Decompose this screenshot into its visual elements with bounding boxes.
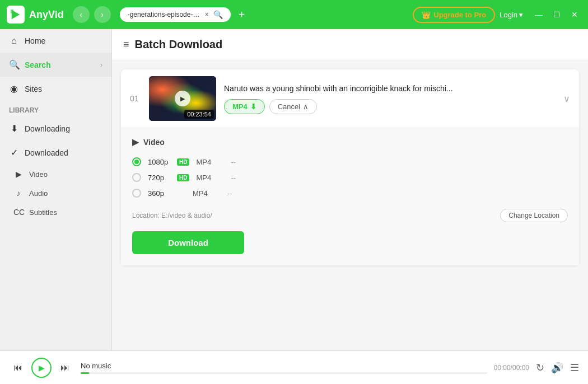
download-button[interactable]: Download bbox=[132, 231, 244, 254]
radio-1080p[interactable] bbox=[132, 157, 141, 166]
app-name: AnyVid bbox=[29, 9, 64, 21]
player-info: No music bbox=[81, 362, 487, 374]
video-number: 01 bbox=[130, 94, 141, 103]
video-duration: 00:23:54 bbox=[184, 110, 214, 119]
section-title-label: Video bbox=[143, 138, 165, 147]
login-button[interactable]: Login ▾ bbox=[500, 11, 523, 19]
sidebar-item-home[interactable]: ⌂ Home bbox=[0, 29, 111, 53]
hd-badge-720p: HD bbox=[177, 174, 189, 181]
location-text: Location: E:/video & audio/ bbox=[132, 212, 212, 219]
format-label: MP4 bbox=[232, 102, 248, 111]
downloading-icon: ⬇ bbox=[9, 123, 19, 134]
content-area: ≡ Batch Download 01 ▶ 00:23:54 Na bbox=[112, 29, 588, 350]
tab-label: -generations-episode-172 bbox=[128, 11, 200, 18]
sidebar: ⌂ Home 🔍 Search › ◉ Sites Library ⬇ Down… bbox=[0, 29, 112, 350]
sidebar-home-label: Home bbox=[25, 36, 45, 45]
player-progress-fill bbox=[81, 372, 89, 374]
size-label-1080p: -- bbox=[231, 158, 236, 166]
hd-badge-1080p: HD bbox=[177, 158, 189, 166]
dropdown-panel: ▶ Video 1080p HD MP4 -- bbox=[121, 128, 579, 265]
quality-row-720p: 720p HD MP4 -- bbox=[132, 170, 568, 185]
next-track-button[interactable]: ⏭ bbox=[56, 359, 74, 377]
bottom-player: ⏮ ▶ ⏭ No music 00:00/00:00 ↻ 🔊 ☰ bbox=[0, 350, 588, 384]
login-label: Login bbox=[500, 11, 517, 19]
video-icon: ▶ bbox=[13, 170, 24, 179]
tab-search-icon[interactable]: 🔍 bbox=[213, 10, 223, 19]
volume-button[interactable]: 🔊 bbox=[551, 362, 563, 374]
sidebar-item-search[interactable]: 🔍 Search › bbox=[0, 53, 111, 77]
batch-download-title: Batch Download bbox=[135, 38, 223, 51]
quality-label-360p: 360p bbox=[148, 189, 170, 198]
quality-label-720p: 720p bbox=[148, 174, 170, 182]
video-thumbnail: ▶ 00:23:54 bbox=[149, 76, 216, 121]
content-body: 01 ▶ 00:23:54 Naruto was a young shinobi… bbox=[112, 60, 588, 350]
format-label-360p: MP4 bbox=[193, 189, 221, 198]
radio-360p[interactable] bbox=[132, 189, 141, 198]
format-label-720p: MP4 bbox=[196, 174, 224, 182]
upgrade-icon: 👑 bbox=[422, 11, 431, 19]
video-section-icon: ▶ bbox=[132, 137, 139, 147]
tab-close-icon[interactable]: × bbox=[205, 11, 209, 18]
thumbnail-play-icon: ▶ bbox=[175, 91, 190, 106]
new-tab-button[interactable]: + bbox=[234, 7, 250, 22]
nav-back-button[interactable]: ‹ bbox=[73, 6, 90, 23]
sidebar-audio-label: Audio bbox=[29, 189, 48, 198]
player-track-title: No music bbox=[81, 362, 487, 370]
cancel-label: Cancel bbox=[278, 102, 300, 111]
video-card-header: 01 ▶ 00:23:54 Naruto was a young shinobi… bbox=[121, 69, 579, 128]
quality-row-360p: 360p MP4 -- bbox=[132, 185, 568, 201]
cancel-chevron-icon: ∧ bbox=[303, 102, 309, 111]
tab-bar: -generations-episode-172 × 🔍 + bbox=[120, 7, 404, 22]
sidebar-downloading-label: Downloading bbox=[25, 124, 70, 133]
sidebar-item-downloaded[interactable]: ✓ Downloaded bbox=[0, 141, 111, 165]
player-controls: ⏮ ▶ ⏭ bbox=[9, 358, 74, 378]
sidebar-item-audio[interactable]: ♪ Audio bbox=[0, 184, 111, 203]
sidebar-item-downloading[interactable]: ⬇ Downloading bbox=[0, 116, 111, 141]
repeat-button[interactable]: ↻ bbox=[536, 362, 544, 374]
nav-forward-button[interactable]: › bbox=[94, 6, 111, 23]
title-bar: AnyVid ‹ › -generations-episode-172 × 🔍 … bbox=[0, 0, 588, 29]
cancel-button[interactable]: Cancel ∧ bbox=[269, 99, 317, 114]
maximize-button[interactable]: ☐ bbox=[550, 8, 563, 21]
window-controls: — ☐ ✕ bbox=[532, 8, 581, 21]
library-header: Library bbox=[0, 101, 111, 116]
location-row: Location: E:/video & audio/ Change Locat… bbox=[132, 209, 568, 222]
svg-rect-1 bbox=[11, 10, 14, 13]
upgrade-label: Upgrade to Pro bbox=[433, 11, 486, 19]
close-button[interactable]: ✕ bbox=[568, 8, 581, 21]
minimize-button[interactable]: — bbox=[532, 8, 545, 21]
sidebar-downloaded-label: Downloaded bbox=[25, 148, 68, 157]
quality-row-1080p: 1080p HD MP4 -- bbox=[132, 154, 568, 170]
search-arrow-icon: › bbox=[100, 61, 102, 69]
batch-download-header: ≡ Batch Download bbox=[112, 29, 588, 60]
quality-label-1080p: 1080p bbox=[148, 158, 170, 166]
format-button[interactable]: MP4 ⬇ bbox=[224, 99, 265, 114]
size-label-720p: -- bbox=[231, 174, 236, 182]
player-time: 00:00/00:00 bbox=[494, 364, 529, 372]
video-info: Naruto was a young shinobi with an incor… bbox=[224, 83, 556, 114]
size-label-360p: -- bbox=[227, 189, 232, 198]
format-label-1080p: MP4 bbox=[196, 158, 224, 166]
upgrade-button[interactable]: 👑 Upgrade to Pro bbox=[413, 7, 495, 23]
app-logo-icon bbox=[7, 6, 25, 24]
sidebar-subtitles-label: Subtitles bbox=[29, 208, 57, 217]
change-location-button[interactable]: Change Location bbox=[500, 209, 568, 222]
player-progress-bar[interactable] bbox=[81, 372, 487, 374]
video-card: 01 ▶ 00:23:54 Naruto was a young shinobi… bbox=[121, 69, 579, 265]
expand-icon[interactable]: ∨ bbox=[563, 93, 570, 104]
subtitles-icon: CC bbox=[13, 208, 24, 217]
sidebar-video-label: Video bbox=[29, 170, 48, 179]
radio-720p[interactable] bbox=[132, 173, 141, 182]
section-title: ▶ Video bbox=[132, 137, 568, 147]
logo-area: AnyVid bbox=[7, 6, 64, 24]
active-tab[interactable]: -generations-episode-172 × 🔍 bbox=[120, 7, 231, 22]
format-download-icon: ⬇ bbox=[250, 102, 256, 111]
play-pause-button[interactable]: ▶ bbox=[31, 358, 52, 378]
prev-track-button[interactable]: ⏮ bbox=[9, 359, 27, 377]
sidebar-item-sites[interactable]: ◉ Sites bbox=[0, 77, 111, 101]
sidebar-sites-label: Sites bbox=[25, 85, 42, 93]
playlist-button[interactable]: ☰ bbox=[570, 362, 579, 374]
sidebar-item-subtitles[interactable]: CC Subtitles bbox=[0, 203, 111, 222]
video-title: Naruto was a young shinobi with an incor… bbox=[224, 84, 453, 93]
sidebar-item-video[interactable]: ▶ Video bbox=[0, 165, 111, 184]
